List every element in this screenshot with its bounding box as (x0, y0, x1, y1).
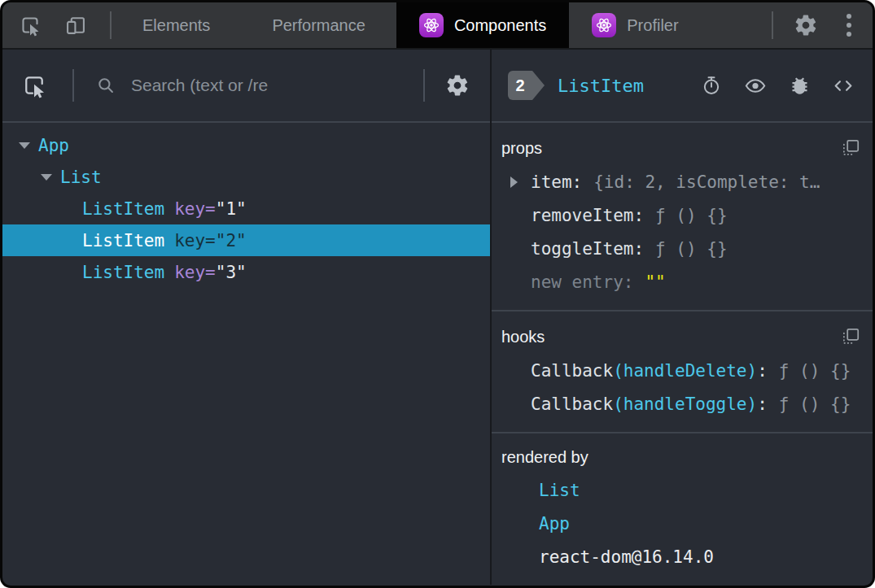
divider (772, 11, 773, 39)
divider (423, 69, 425, 102)
search-input[interactable] (129, 75, 399, 96)
gear-icon[interactable] (793, 12, 819, 38)
rendered-by-item-list[interactable]: List (500, 473, 861, 507)
key-value: "2" (216, 231, 247, 250)
component-name: ListItem (82, 231, 164, 250)
settings-gear-icon[interactable] (444, 72, 470, 98)
tree-toolbar (2, 50, 490, 123)
kebab-menu-icon[interactable] (838, 14, 860, 37)
component-name: List (60, 168, 102, 187)
selected-component-name: ListItem (558, 76, 644, 96)
search-icon (95, 75, 116, 96)
new-entry-value[interactable]: "" (645, 272, 665, 292)
props-section: props item: {id: 2, isComplete: t… remov… (492, 123, 873, 311)
main-area: App List ListItemkey="1" ListItemkey="2"… (2, 50, 873, 585)
owners-count-badge: 2 (508, 71, 545, 100)
component-name: App (38, 136, 69, 155)
tree-row-list[interactable]: List (2, 161, 490, 193)
prop-value: ƒ () {} (655, 239, 728, 259)
prop-row-toggleitem[interactable]: toggleItem: ƒ () {} (500, 232, 861, 265)
device-toolbar-icon[interactable] (63, 12, 89, 38)
tree-row-app[interactable]: App (2, 129, 490, 161)
hook-name: Callback (531, 361, 613, 381)
prop-row-item[interactable]: item: {id: 2, isComplete: t… (500, 165, 861, 198)
prop-value: {id: 2, isComplete: t… (593, 172, 820, 192)
inspect-dom-eye-icon[interactable] (744, 74, 767, 97)
tab-label: Components (454, 16, 546, 35)
tab-profiler[interactable]: Profiler (569, 2, 701, 48)
tab-label: Profiler (627, 16, 678, 35)
component-tree-panel: App List ListItemkey="1" ListItemkey="2"… (2, 50, 492, 585)
props-title: props (501, 139, 542, 158)
copy-icon[interactable] (840, 326, 861, 347)
tab-performance[interactable]: Performance (241, 2, 396, 48)
prop-row-new-entry[interactable]: new entry: "" (500, 265, 861, 298)
inspected-component-panel: 2 ListItem (492, 50, 873, 585)
hook-row-handletoggle[interactable]: Callback(handleToggle): ƒ () {} (500, 387, 861, 420)
tab-label: Performance (272, 16, 365, 35)
prop-value: ƒ () {} (655, 206, 728, 225)
collapse-arrow-icon[interactable] (41, 174, 52, 181)
hook-value: ƒ () {} (779, 394, 851, 414)
rendered-by-item-app[interactable]: App (500, 507, 861, 540)
key-attr: key= (174, 231, 216, 250)
stopwatch-suspense-icon[interactable] (700, 74, 723, 97)
renderer-version: react-dom@16.14.0 (539, 547, 714, 567)
copy-icon[interactable] (840, 137, 861, 159)
key-value: "1" (216, 199, 247, 219)
rendered-by-section: rendered by List App react-dom@16.14.0 (492, 433, 873, 585)
search-box (74, 75, 399, 96)
inspect-icon[interactable] (17, 12, 43, 38)
hook-row-handledelete[interactable]: Callback(handleDelete): ƒ () {} (500, 354, 861, 387)
key-value: "3" (216, 263, 247, 282)
new-entry-label: new entry: (531, 272, 633, 292)
log-data-bug-icon[interactable] (788, 74, 811, 97)
devtools-window: Elements Performance Components (0, 0, 875, 588)
header-actions (700, 74, 855, 97)
owner-link[interactable]: App (539, 514, 570, 534)
hook-name: Callback (531, 394, 613, 414)
hook-value: ƒ () {} (779, 361, 851, 381)
key-attr: key= (174, 199, 216, 219)
tab-components[interactable]: Components (396, 2, 569, 48)
key-attr: key= (174, 263, 216, 282)
badge-point (532, 71, 545, 100)
expand-arrow-icon[interactable] (510, 176, 518, 188)
tree-row-listitem-1[interactable]: ListItemkey="1" (2, 193, 490, 224)
hook-callback-name: (handleToggle) (613, 394, 757, 414)
hooks-section: hooks Callback(handleDelete): ƒ () {} Ca… (492, 311, 873, 433)
hook-colon: : (757, 361, 768, 381)
prop-name: item: (531, 172, 582, 192)
hook-callback-name: (handleDelete) (613, 361, 757, 381)
select-element-icon[interactable] (20, 72, 48, 99)
rendered-by-title: rendered by (501, 448, 588, 467)
prop-name: removeItem: (531, 206, 644, 225)
tree-row-listitem-3[interactable]: ListItemkey="3" (2, 256, 490, 288)
tree-row-listitem-2[interactable]: ListItemkey="2" (2, 224, 490, 256)
hooks-title: hooks (501, 328, 545, 346)
component-header: 2 ListItem (492, 50, 873, 123)
component-name: ListItem (82, 263, 164, 282)
react-logo-icon (592, 13, 616, 37)
react-logo-icon (419, 13, 444, 37)
collapse-arrow-icon[interactable] (19, 142, 30, 149)
tab-elements[interactable]: Elements (112, 2, 241, 48)
badge-count: 2 (508, 71, 532, 100)
tabbar: Elements Performance Components (2, 2, 873, 50)
rendered-by-item-reactdom: react-dom@16.14.0 (500, 540, 861, 573)
prop-name: toggleItem: (531, 239, 644, 259)
component-name: ListItem (82, 199, 164, 219)
hook-colon: : (757, 394, 768, 414)
owner-link[interactable]: List (539, 481, 580, 500)
tab-label: Elements (142, 16, 210, 35)
view-source-icon[interactable] (832, 74, 855, 97)
component-tree: App List ListItemkey="1" ListItemkey="2"… (2, 123, 490, 288)
prop-row-removeitem[interactable]: removeItem: ƒ () {} (500, 198, 861, 232)
